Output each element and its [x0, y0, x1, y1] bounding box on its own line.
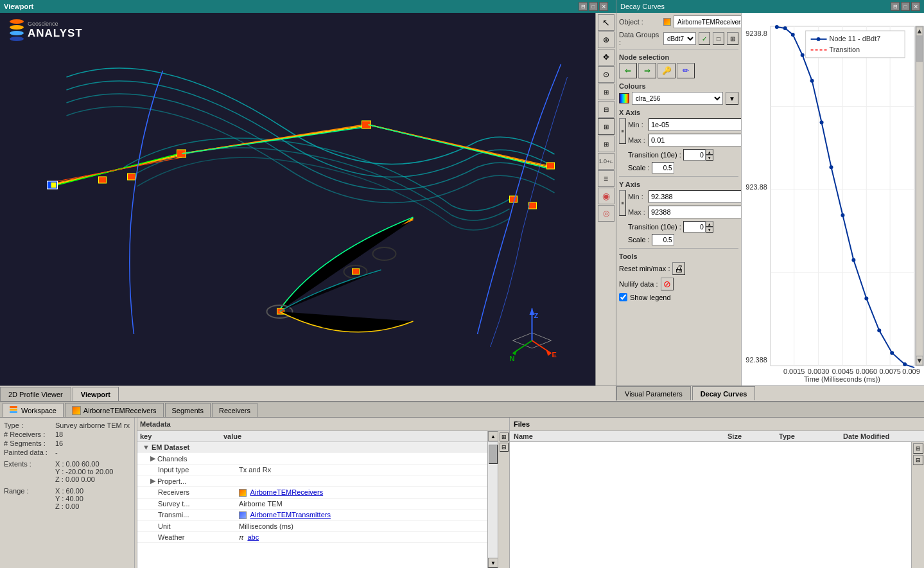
svg-rect-4: [128, 173, 135, 180]
y-transition-down-btn[interactable]: ▼: [706, 227, 713, 233]
decay-panel-title: Decay Curves: [620, 3, 665, 10]
colours-label: Colours: [619, 82, 738, 90]
viewport-restore-btn[interactable]: ⊟: [579, 2, 588, 11]
expand-propert-icon[interactable]: ▶: [150, 477, 155, 485]
receivers-link[interactable]: AirborneTEMReceivers: [250, 488, 323, 496]
svg-rect-67: [916, 36, 923, 62]
expand-emdataset-icon[interactable]: ▼: [143, 443, 150, 451]
y-axis-label: Y Axis: [619, 181, 738, 188]
dg-check-btn[interactable]: ✓: [699, 32, 710, 45]
dg-opt1-btn[interactable]: □: [713, 32, 724, 45]
svg-text:0.0030: 0.0030: [808, 368, 830, 375]
x-transition-up-btn[interactable]: ▲: [706, 149, 713, 155]
svg-point-49: [890, 351, 894, 355]
node-prev-btn[interactable]: ⇐: [619, 63, 637, 78]
meta-row-receivers: Receivers AirborneTEMReceivers: [137, 487, 487, 499]
node-select-btn[interactable]: 🔑: [658, 63, 676, 78]
meta-scroll-down-btn[interactable]: ▼: [488, 558, 498, 568]
toolbar-clip-btn[interactable]: ⊟: [598, 101, 615, 118]
tab-2d-profile[interactable]: 2D Profile Viewer: [0, 387, 71, 401]
dg-opt2-btn[interactable]: ⊞: [727, 32, 738, 45]
meta-tool-btn-1[interactable]: ⊞: [500, 432, 509, 441]
x-min-input[interactable]: [649, 118, 742, 131]
data-groups-select[interactable]: dBdt7: [663, 32, 696, 45]
viewport-title: Viewport: [4, 3, 33, 10]
decay-close-btn[interactable]: ✕: [911, 2, 920, 11]
colours-arrow-btn[interactable]: ▼: [726, 92, 738, 105]
svg-rect-8: [529, 202, 537, 209]
object-select[interactable]: AirborneTEMReceivers: [674, 15, 742, 28]
x-axis-icon-btn[interactable]: ≡: [619, 118, 626, 144]
nullify-btn[interactable]: ⊘: [661, 278, 674, 290]
x-max-input[interactable]: [649, 134, 742, 146]
x-transition-down-btn[interactable]: ▼: [706, 155, 713, 161]
meta-tool-btn-2[interactable]: ⊟: [500, 443, 509, 452]
show-legend-checkbox[interactable]: [619, 293, 627, 301]
files-tool-btn-1[interactable]: ⊞: [913, 443, 923, 454]
y-transition-input[interactable]: [683, 221, 706, 233]
svg-text:0.009: 0.009: [902, 368, 920, 375]
meta-row-channels[interactable]: ▶ Channels: [137, 453, 487, 465]
decay-maximize-btn[interactable]: □: [901, 2, 910, 11]
tab-workspace[interactable]: Workspace: [3, 403, 64, 417]
files-col-size: Size: [728, 432, 779, 440]
tab-receivers[interactable]: Receivers: [212, 403, 257, 417]
files-col-date: Date Modified: [843, 432, 920, 440]
toolbar-ruler-btn[interactable]: ⊞: [598, 118, 615, 135]
toolbar-layer-btn[interactable]: ≡: [598, 170, 615, 187]
meta-col-key-header: key: [140, 432, 223, 440]
files-label: Files: [514, 420, 530, 428]
scene-svg: Z N E: [0, 13, 595, 386]
toolbar-color-btn[interactable]: ◉: [598, 188, 615, 204]
svg-text:▲: ▲: [916, 27, 923, 35]
node-edit-btn[interactable]: ✏: [677, 63, 695, 78]
expand-channels-icon[interactable]: ▶: [150, 454, 155, 463]
toolbar-zoom-btn[interactable]: ⊙: [598, 66, 615, 83]
toolbar-cursor-btn[interactable]: ↖: [598, 14, 615, 31]
colours-select[interactable]: clra_256: [632, 92, 723, 105]
tab-airborne-tem[interactable]: AirborneTEMReceivers: [65, 403, 164, 417]
svg-point-50: [903, 362, 907, 366]
toolbar-pan-btn[interactable]: ✥: [598, 49, 615, 66]
painted-value: -: [55, 448, 58, 456]
meta-scroll-thumb[interactable]: [489, 445, 498, 464]
svg-point-43: [820, 120, 824, 124]
decay-restore-btn[interactable]: ⊟: [891, 2, 900, 11]
node-next-btn[interactable]: ⇒: [638, 63, 656, 78]
transmitters-link[interactable]: AirborneTEMTransmitters: [250, 511, 331, 519]
meta-row-survey-type: Survey t... Airborne TEM: [137, 499, 487, 510]
airborne-tab-icon: [72, 406, 81, 415]
decay-curves-tab[interactable]: Decay Curves: [692, 386, 756, 400]
svg-point-60: [817, 37, 821, 41]
tab-segments[interactable]: Segments: [165, 403, 211, 417]
meta-row-emdataset[interactable]: ▼ EM Dataset: [137, 442, 487, 453]
files-tool-btn-2[interactable]: ⊟: [913, 455, 923, 465]
svg-point-48: [877, 328, 881, 332]
viewport-canvas[interactable]: Geoscience ANALYST: [0, 13, 595, 386]
x-scale-input[interactable]: [652, 162, 674, 173]
y-mid-label: 923.88: [745, 183, 767, 191]
tools-label: Tools: [619, 253, 738, 260]
toolbar-grid-btn[interactable]: ⊞: [598, 136, 615, 152]
y-transition-up-btn[interactable]: ▲: [706, 221, 713, 227]
x-transition-input[interactable]: [683, 149, 706, 161]
y-axis-icon-btn[interactable]: ≡: [619, 190, 626, 216]
viewport-maximize-btn[interactable]: □: [589, 2, 598, 11]
viewport-close-btn[interactable]: ✕: [599, 2, 608, 11]
visual-params-tab[interactable]: Visual Parameters: [616, 386, 691, 400]
tab-viewport[interactable]: Viewport: [73, 387, 119, 401]
reset-btn[interactable]: 🖨: [672, 262, 685, 275]
meta-row-input-type: Input type Tx and Rx: [137, 465, 487, 475]
chart-svg: 9238.8 923.88 92.388: [742, 13, 924, 386]
meta-scroll-up-btn[interactable]: ▲: [488, 431, 498, 441]
toolbar-orbit-btn[interactable]: ⊕: [598, 31, 615, 48]
y-max-input[interactable]: [649, 206, 742, 218]
svg-text:0.0075: 0.0075: [879, 368, 901, 375]
weather-link[interactable]: abc: [247, 533, 259, 541]
toolbar-scale-btn[interactable]: 1.0+/-: [598, 153, 615, 170]
y-min-input[interactable]: [649, 190, 742, 203]
toolbar-fit-btn[interactable]: ⊞: [598, 84, 615, 100]
y-scale-input[interactable]: [652, 234, 674, 245]
toolbar-filter-btn[interactable]: ◎: [598, 205, 615, 222]
meta-row-propert[interactable]: ▶ Propert...: [137, 475, 487, 487]
